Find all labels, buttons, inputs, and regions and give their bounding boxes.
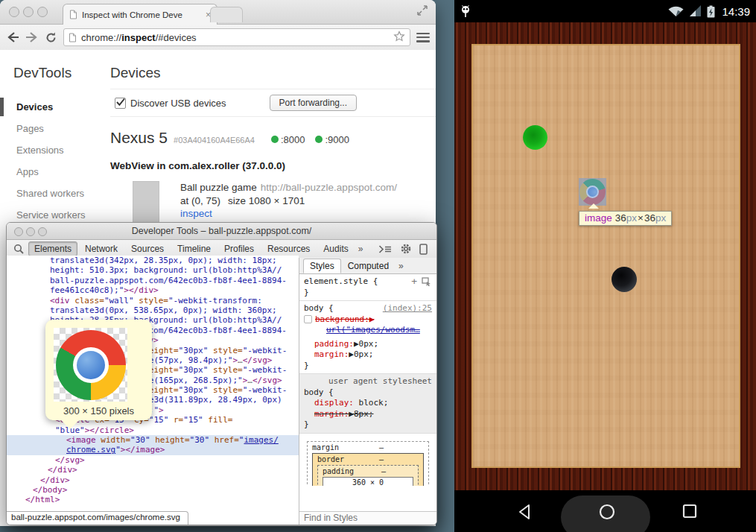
content-size: 360 × 0	[323, 477, 413, 486]
code-line[interactable]: chrome.svg"></image>	[7, 445, 299, 455]
port-forwarding-button[interactable]: Port forwarding...	[270, 95, 357, 111]
devtools-tab-audits[interactable]: Audits	[317, 241, 354, 256]
display-property-value[interactable]: block;	[354, 398, 388, 408]
forward-button[interactable]	[25, 31, 39, 43]
inspect-element-icon[interactable]	[422, 277, 432, 286]
element-style-close: }	[304, 288, 432, 299]
code-line[interactable]: <div class="wall" style="-webkit-transfo…	[7, 296, 299, 305]
android-screen: 14:39 image36px×36px	[454, 0, 756, 532]
device-mode-icon[interactable]	[419, 244, 428, 255]
inspect-link[interactable]: inspect	[180, 208, 212, 219]
device-row: Nexus 5 #03A404160A4E66A4 :8000:9000	[110, 129, 436, 147]
code-line[interactable]: <image width="30" height="30" href="imag…	[7, 435, 299, 445]
code-line[interactable]: ball-puzzle.appspot.com/642ec0b3-fb8f-4e…	[7, 276, 299, 285]
target-title: Ball puzzle game	[180, 182, 257, 193]
devtools-tab-network[interactable]: Network	[79, 241, 124, 256]
port-badge: :8000	[271, 134, 305, 145]
window-close-button[interactable]	[9, 7, 19, 17]
fullscreen-expand-icon[interactable]	[416, 4, 428, 16]
clock: 14:39	[722, 5, 750, 18]
code-line[interactable]: translate3d(342px, 28.35px, 0px); width:…	[7, 256, 299, 265]
cell-signal-icon	[689, 5, 702, 17]
settings-gear-icon[interactable]	[400, 243, 412, 255]
console-drawer-icon[interactable]	[378, 244, 393, 254]
padding-property-value[interactable]: ▶0px;	[354, 339, 378, 349]
background-property-checkbox[interactable]	[304, 315, 312, 323]
tab-computed[interactable]: Computed	[341, 259, 396, 273]
code-line[interactable]: </body>	[7, 485, 299, 495]
device-ports: :8000:9000	[271, 134, 349, 145]
status-link-bubble: ball-puzzle.appspot.com/images/chrome.sv…	[7, 511, 188, 525]
devtools-tab-resources[interactable]: Resources	[261, 241, 316, 256]
user-agent-label: user agent stylesheet	[304, 376, 432, 387]
code-line[interactable]: </div>	[7, 465, 299, 475]
code-line[interactable]: </div>	[7, 475, 299, 485]
margin-property-value[interactable]: ▶0px;	[349, 349, 373, 359]
nav-back-button[interactable]	[517, 504, 532, 520]
devtools-tab-profiles[interactable]: Profiles	[218, 241, 260, 256]
devtools-close-button[interactable]	[14, 227, 23, 236]
element-style-selector: element.style {	[304, 276, 378, 288]
dark-ball[interactable]	[612, 267, 637, 292]
devtools-tab-elements[interactable]: Elements	[28, 241, 77, 256]
discover-usb-checkbox[interactable]	[115, 98, 126, 109]
code-line[interactable]: </html>	[7, 495, 299, 504]
back-button[interactable]	[6, 31, 19, 43]
reload-button[interactable]	[45, 31, 57, 44]
element-style-rule: element.style { + }	[299, 274, 436, 301]
green-ball[interactable]	[523, 125, 547, 150]
window-minimize-button[interactable]	[23, 7, 34, 17]
display-property-name[interactable]: display:	[314, 398, 354, 408]
box-model-diagram: margin– border– padding– 360 × 0	[299, 434, 436, 486]
chrome-logo-image	[56, 330, 126, 400]
new-tab-button[interactable]	[210, 7, 243, 22]
ua-margin-property-name[interactable]: margin:	[314, 409, 349, 419]
page-icon	[69, 33, 77, 42]
tooltip-tag-name: image	[585, 212, 612, 224]
tabs-overflow-icon[interactable]: »	[355, 244, 366, 254]
devtools-minimize-button[interactable]	[26, 227, 35, 236]
ua-body-selector: body {	[304, 387, 432, 399]
background-url-value[interactable]: url("images/woodsm…	[326, 325, 420, 335]
tab-styles[interactable]: Styles	[303, 259, 341, 273]
padding-label: padding	[323, 467, 354, 475]
nav-home-button[interactable]	[598, 503, 616, 521]
margin-property-name[interactable]: margin:	[314, 349, 349, 359]
browser-toolbar: chrome://inspect/#devices	[0, 25, 436, 51]
styles-tabs-overflow-icon[interactable]: »	[396, 261, 407, 271]
bookmark-star-icon[interactable]	[393, 31, 405, 45]
usb-row: Discover USB devices Port forwarding...	[110, 89, 436, 117]
margin-label: margin	[312, 443, 339, 452]
ua-margin-property-value[interactable]: ▶8px;	[349, 409, 373, 419]
find-in-styles-input[interactable]	[299, 512, 437, 524]
window-zoom-button[interactable]	[37, 7, 48, 17]
devtools-zoom-button[interactable]	[38, 227, 47, 236]
target-url: http://ball-puzzle.appspot.com/	[261, 182, 397, 193]
game-surface: image36px×36px	[454, 22, 756, 490]
user-agent-rule: user agent stylesheet body { display: bl…	[299, 374, 436, 434]
padding-property-name[interactable]: padding:	[314, 339, 354, 349]
chrome-menu-icon[interactable]	[416, 33, 430, 42]
search-icon[interactable]	[13, 243, 25, 255]
code-line[interactable]: "blue"></circle>	[7, 425, 299, 435]
chrome-game-piece-highlighted[interactable]	[579, 179, 606, 205]
usb-debugging-icon	[460, 5, 471, 18]
find-in-styles	[299, 511, 436, 525]
code-line[interactable]: translate3d(0px, 538.65px, 0px); width: …	[7, 305, 299, 315]
devices-main: Devices Discover USB devices Port forwar…	[110, 50, 436, 226]
ua-rule-close: }	[304, 419, 432, 431]
stylesheet-source-link[interactable]: (index):25	[383, 303, 432, 314]
port-status-dot	[315, 136, 323, 143]
devtools-tab-timeline[interactable]: Timeline	[171, 241, 217, 256]
nav-recents-button[interactable]	[682, 504, 697, 519]
browser-tab[interactable]: Inspect with Chrome Deve ×	[63, 4, 217, 25]
new-style-rule-icon[interactable]: +	[411, 276, 417, 288]
code-line[interactable]: </svg>	[7, 455, 299, 465]
code-line[interactable]: fee461cc40c8);"></div>	[7, 285, 299, 295]
url-bar[interactable]: chrome://inspect/#devices	[63, 28, 410, 46]
wifi-icon	[668, 5, 684, 17]
devtools-tab-sources[interactable]: Sources	[125, 241, 170, 256]
android-status-bar: 14:39	[454, 0, 756, 22]
background-property-name[interactable]: background:▶	[315, 314, 374, 326]
code-line[interactable]: height: 510.3px; background: url(blob:ht…	[7, 265, 299, 275]
